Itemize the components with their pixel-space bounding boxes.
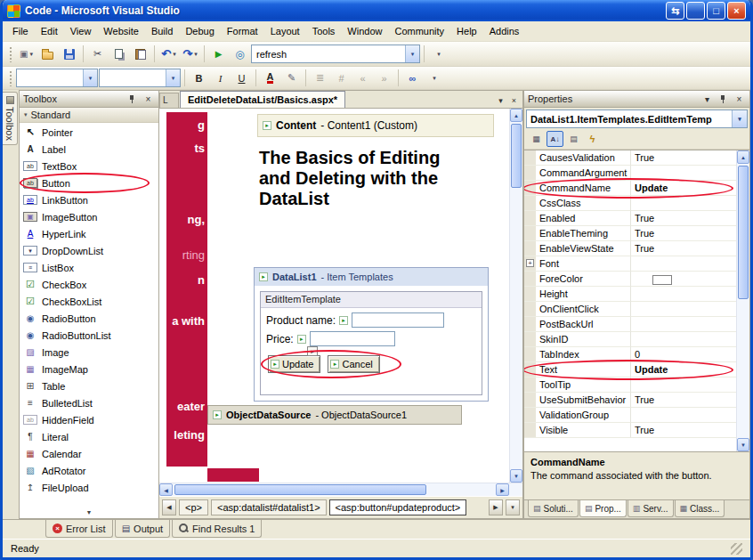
property-value[interactable] (630, 302, 736, 317)
property-value[interactable] (630, 272, 736, 287)
scroll-down-icon[interactable]: ▼ (737, 438, 749, 451)
toolbox-dock-tab[interactable]: Toolbox (3, 92, 18, 145)
combobox-dropdown-button[interactable]: ▾ (83, 69, 97, 86)
menu-view[interactable]: View (64, 23, 98, 39)
find-combobox-value[interactable]: refresh (252, 49, 405, 60)
underline-button[interactable]: U (231, 69, 252, 88)
property-name[interactable]: CommandArgument (524, 166, 630, 181)
property-value[interactable] (630, 332, 736, 347)
toolbar-grip[interactable] (9, 46, 12, 62)
toolbox-item-hiddenfield[interactable]: abHiddenField (20, 411, 158, 428)
property-value[interactable]: True (630, 241, 736, 256)
numbered-list-button[interactable]: # (331, 69, 352, 88)
toolbox-item-imagemap[interactable]: ▦ImageMap (20, 361, 158, 377)
toolbox-item-pointer[interactable]: ↖Pointer (20, 124, 158, 141)
scroll-up-icon[interactable]: ▲ (510, 109, 522, 122)
property-value[interactable]: True (630, 393, 736, 408)
document-tab-active[interactable]: EditDeleteDataList/Basics.aspx* (180, 91, 345, 108)
toolbar-options-button[interactable]: ▾ (428, 45, 449, 64)
property-row-enabletheming[interactable]: EnableThemingTrue (524, 226, 736, 241)
tag-p[interactable]: <p> (179, 499, 208, 515)
property-value[interactable]: True (630, 211, 736, 226)
menu-layout[interactable]: Layout (264, 23, 306, 39)
property-row-forecolor[interactable]: ForeColor (524, 272, 736, 287)
font-color-button[interactable]: A (260, 69, 280, 88)
document-close-button[interactable]: × (507, 93, 521, 107)
property-name[interactable]: ValidationGroup (524, 408, 630, 423)
property-row-validationgroup[interactable]: ValidationGroup (524, 408, 736, 423)
objectdatasource-control[interactable]: ObjectDataSource - ObjectDataSource1 (207, 405, 462, 425)
toolbox-item-imagebutton[interactable]: ▣ImageButton (20, 208, 158, 225)
property-name[interactable]: TabIndex (524, 347, 630, 362)
start-debug-button[interactable]: ▶ (208, 45, 229, 64)
font-name-combobox[interactable]: ▾ (99, 69, 181, 87)
web-navigate-button[interactable]: ◎ (230, 45, 250, 64)
increase-indent-button[interactable]: » (374, 69, 394, 88)
property-name[interactable]: CssClass (524, 196, 630, 211)
redo-button[interactable]: ↷▾ (180, 45, 200, 64)
maximize-button[interactable]: □ (707, 2, 725, 20)
hyperlink-button[interactable]: ∞ (402, 69, 423, 88)
property-row-causesvalidation[interactable]: CausesValidationTrue (524, 150, 736, 166)
property-name[interactable]: EnableTheming (524, 226, 630, 241)
property-value[interactable]: True (630, 226, 736, 241)
edit-item-template-header[interactable]: EditItemTemplate (261, 292, 482, 308)
menu-window[interactable]: Window (341, 23, 388, 39)
toolbox-item-textbox[interactable]: abTextBox (20, 158, 158, 174)
property-value[interactable]: Update (630, 181, 736, 196)
save-button[interactable] (59, 45, 79, 64)
window-switch-button[interactable]: ⇆ (666, 2, 684, 20)
property-row-tabindex[interactable]: TabIndex0 (524, 347, 736, 362)
design-surface[interactable]: g ts ng, rting n a with eater leting Con… (159, 109, 509, 483)
property-name[interactable]: ToolTip (524, 377, 630, 393)
property-name[interactable]: UseSubmitBehavior (524, 393, 630, 408)
scroll-left-icon[interactable]: ◀ (159, 483, 173, 496)
properties-pin-button[interactable] (717, 93, 730, 105)
find-combobox[interactable]: refresh ▾ (251, 45, 420, 63)
property-value[interactable] (630, 377, 736, 393)
tab-output[interactable]: ▤Output (115, 520, 170, 538)
price-input[interactable] (310, 331, 395, 346)
menu-format[interactable]: Format (221, 23, 264, 39)
close-button[interactable]: × (727, 2, 746, 20)
menu-community[interactable]: Community (388, 23, 450, 39)
tab-server-explorer[interactable]: ▥Serv... (628, 500, 674, 517)
color-swatch[interactable] (652, 275, 672, 285)
update-button[interactable]: Update (268, 355, 320, 373)
property-name[interactable]: Text (524, 362, 630, 377)
scroll-right-icon[interactable]: ▶ (496, 483, 509, 496)
toolbox-item-calendar[interactable]: ▦Calendar (20, 445, 158, 462)
paste-button[interactable] (130, 45, 150, 64)
property-name[interactable]: SkinID (524, 332, 630, 347)
categorized-button[interactable]: ▦ (528, 131, 545, 147)
toolbox-item-table[interactable]: ⊞Table (20, 377, 158, 394)
properties-menu-button[interactable]: ▾ (700, 93, 714, 105)
toolbox-item-checkboxlist[interactable]: ☑CheckBoxList (20, 293, 158, 310)
designer-horizontal-scrollbar[interactable]: ◀ ▶ (159, 483, 522, 496)
bulleted-list-button[interactable]: ≣ (310, 69, 330, 88)
property-name[interactable]: EnableViewState (524, 241, 630, 256)
properties-close-button[interactable]: × (733, 93, 746, 105)
cancel-button[interactable]: Cancel (328, 355, 379, 373)
toolbox-item-fileupload[interactable]: ↥FileUpload (20, 479, 158, 496)
properties-page-button[interactable]: ▤ (565, 131, 582, 147)
property-row-usesubmitbehavior[interactable]: UseSubmitBehaviorTrue (524, 393, 736, 408)
toolbox-item-image[interactable]: ▨Image (20, 344, 158, 361)
property-row-commandargument[interactable]: CommandArgument (524, 166, 736, 181)
property-name[interactable]: Height (524, 287, 630, 302)
bold-button[interactable]: B (189, 69, 209, 88)
tag-nav-back-button[interactable]: ◀ (162, 499, 176, 515)
tag-nav-forward-button[interactable]: ▶ (489, 499, 503, 515)
toolbox-item-radiobutton[interactable]: ◉RadioButton (20, 310, 158, 327)
tag-nav-menu-button[interactable]: ▾ (506, 499, 520, 515)
scroll-down-icon[interactable]: ▼ (510, 469, 522, 483)
product-name-input[interactable] (352, 312, 444, 328)
properties-scrollbar[interactable]: ▲ ▼ (736, 150, 749, 451)
menu-website[interactable]: Website (97, 23, 145, 39)
property-value[interactable] (630, 196, 736, 211)
decrease-indent-button[interactable]: « (352, 69, 373, 88)
property-name[interactable]: CommandName (524, 181, 630, 196)
designer-vertical-scrollbar[interactable]: ▲ ▼ (509, 109, 522, 483)
toolbox-item-dropdownlist[interactable]: ▾DropDownList (20, 242, 158, 259)
property-value[interactable]: 0 (630, 347, 736, 362)
